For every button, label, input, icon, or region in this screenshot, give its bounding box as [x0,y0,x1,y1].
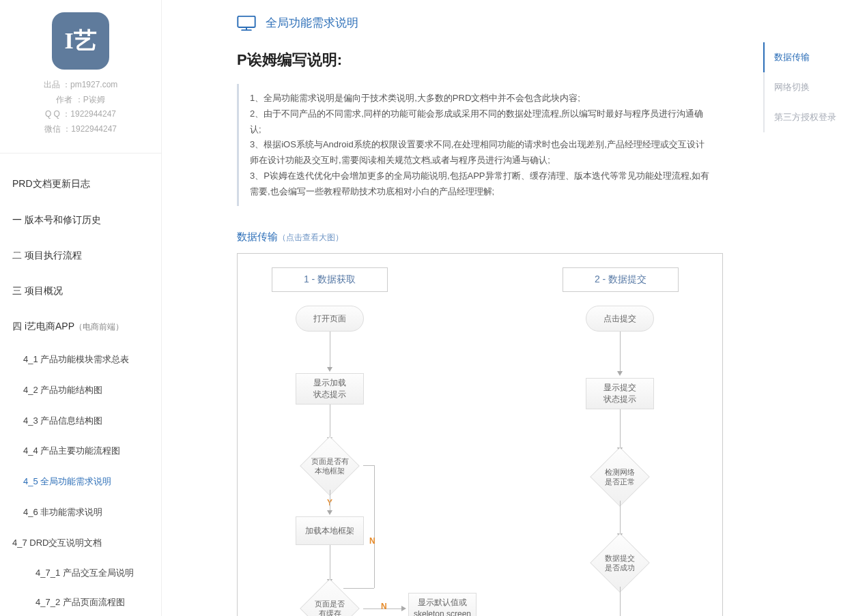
arrow-head-icon [617,371,623,376]
col-title-a: 1 - 数据获取 [272,267,388,292]
meta-lines: 出品 ：pm1927.com 作者 ：P诶姆 Q Q ：1922944247 微… [0,78,161,136]
nav-section-4-label: 四 i艺电商APP [12,321,74,332]
node-skeleton: 显示默认值或skeleton screen [408,593,477,616]
nav-4-7[interactable]: 4_7 DRD交互说明文档 [0,528,161,559]
nav-4-3[interactable]: 4_3 产品信息结构图 [0,406,161,437]
nav-4-6[interactable]: 4_6 非功能需求说明 [0,497,161,528]
right-nav: 数据传输 网络切换 第三方授权登录 [751,0,867,616]
note-2: 2、由于不同产品的不同需求,同样的功能可能会形成或采用不同的数据处理流程,所以编… [250,106,712,138]
node-submit-ok: 数据提交是否成功 [586,539,654,587]
meta-qq: Q Q ：1922944247 [0,107,161,122]
node-click-submit: 点击提交 [586,306,654,332]
nav-section-4-paren: （电商前端） [74,322,124,332]
arrow [620,501,621,535]
nav-section-4[interactable]: 四 i艺电商APP（电商前端） [0,308,161,344]
right-nav-third-login[interactable]: 第三方授权登录 [763,102,867,132]
arrow-head-icon [327,367,332,372]
node-has-cache-label: 页面是否有缓存 [296,585,364,616]
node-load-frame: 加载本地框架 [296,516,364,545]
arrow-head-icon [401,606,406,611]
node-has-cache: 页面是否有缓存 [296,585,364,616]
nav-4-4[interactable]: 4_4 产品主要功能流程图 [0,436,161,467]
meta-wechat: 微信 ：1922944247 [0,122,161,137]
main-content: 全局功能需求说明 P诶姆编写说明: 1、全局功能需求说明是偏向于技术类说明,大多… [162,0,751,616]
arrow [620,409,621,449]
arrow [374,465,375,588]
sidebar: I艺 出品 ：pm1927.com 作者 ：P诶姆 Q Q ：192294424… [0,0,162,616]
node-net-ok: 检测网络是否正常 [586,453,654,501]
node-show-loading: 显示加载状态提示 [296,373,364,405]
arrow [330,332,330,368]
nav-4-2[interactable]: 4_2 产品功能结构图 [0,375,161,406]
page-title: 全局功能需求说明 [266,15,358,31]
node-show-submit-status: 显示提交状态提示 [586,378,654,409]
nav-section-3[interactable]: 三 项目概况 [0,273,161,308]
node-submit-ok-label: 数据提交是否成功 [586,539,654,587]
section-title: P诶姆编写说明: [237,50,751,70]
chart-subheader-label: 数据传输 [237,231,278,242]
arrow [330,545,330,581]
nav-changelog[interactable]: PRD文档更新日志 [0,166,161,201]
arrow [343,588,374,589]
node-has-frame: 页面是否有本地框架 [296,442,364,490]
chart-subheader: 数据传输（点击查看大图） [237,231,751,244]
arrow [330,490,330,512]
nav-4-5[interactable]: 4_5 全局功能需求说明 [0,467,161,497]
edge-label-n: N [369,536,375,546]
edge-label-n: N [381,602,387,611]
nav-4-7-1[interactable]: 4_7_1 产品交互全局说明 [0,559,161,588]
meta-author: 作者 ：P诶姆 [0,93,161,108]
col-title-b: 2 - 数据提交 [563,267,679,292]
nav-tree: PRD文档更新日志 一 版本号和修订历史 二 项目执行流程 三 项目概况 四 i… [0,166,161,616]
nav-section-1[interactable]: 一 版本号和修订历史 [0,202,161,237]
arrow [620,332,621,372]
node-open-page: 打开页面 [296,306,364,332]
arrow [363,465,374,466]
arrow [330,405,330,439]
nav-4-7-2[interactable]: 4_7_2 产品页面流程图 [0,588,161,616]
note-3: 3、根据iOS系统与Android系统的权限设置要求不同,在处理相同功能的请求时… [250,137,712,168]
nav-4-1[interactable]: 4_1 产品功能模块需求总表 [0,344,161,375]
nav-section-2[interactable]: 二 项目执行流程 [0,237,161,273]
note-1: 1、全局功能需求说明是偏向于技术类说明,大多数的PRD文档中并不会包含此块内容; [250,91,712,106]
node-net-ok-label: 检测网络是否正常 [586,453,654,501]
chart-subheader-hint[interactable]: （点击查看大图） [278,233,343,242]
divider [0,153,161,153]
node-has-frame-label: 页面是否有本地框架 [296,442,364,490]
note-4: 3、P诶姆在迭代优化中会增加更多的全局功能说明,包括APP异常打断、缓存清理、版… [250,168,712,200]
page-header: 全局功能需求说明 [237,15,751,31]
notes-box: 1、全局功能需求说明是偏向于技术类说明,大多数的PRD文档中并不会包含此块内容;… [237,84,723,206]
svg-rect-0 [238,16,255,27]
logo-area: I艺 出品 ：pm1927.com 作者 ：P诶姆 Q Q ：192294424… [0,0,161,143]
flowchart[interactable]: 1 - 数据获取 2 - 数据提交 打开页面 显示加载状态提示 页面是否有本地框… [237,253,723,616]
meta-source: 出品 ：pm1927.com [0,78,161,93]
arrow [620,587,621,616]
right-nav-data-transfer[interactable]: 数据传输 [763,42,867,72]
right-nav-net-switch[interactable]: 网络切换 [763,72,867,102]
monitor-icon [237,16,256,31]
app-logo: I艺 [52,12,109,70]
arrow-head-icon [327,510,332,515]
